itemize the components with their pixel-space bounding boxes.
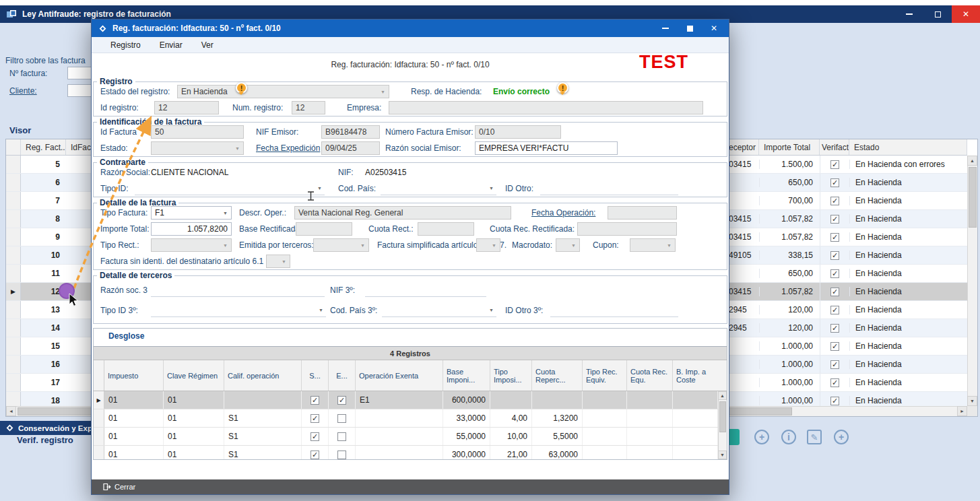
scroll-up-button[interactable]: ▲ bbox=[967, 156, 977, 166]
add-button[interactable]: + bbox=[754, 430, 769, 444]
base-rectificada-field[interactable] bbox=[296, 222, 352, 236]
s-checkbox[interactable] bbox=[311, 396, 319, 405]
menu-enviar[interactable]: Enviar bbox=[160, 40, 183, 50]
id-otro-field[interactable] bbox=[540, 182, 678, 195]
col-impuesto[interactable]: Impuesto bbox=[104, 360, 164, 391]
cuota-rec-rectificada-field[interactable] bbox=[577, 222, 677, 236]
emitida-terceros-combo[interactable]: ▼ bbox=[313, 238, 369, 252]
empresa-field[interactable] bbox=[389, 101, 703, 114]
header-verifactu[interactable]: Verifactu bbox=[820, 139, 849, 155]
cliente-link[interactable]: Cliente: bbox=[9, 86, 37, 96]
verifactu-checkbox[interactable] bbox=[830, 269, 839, 278]
e-checkbox[interactable] bbox=[337, 432, 346, 441]
verifactu-checkbox[interactable] bbox=[830, 251, 839, 260]
desglose-row[interactable]: ▶ 01 01 S1 33,0000 4,00 1,3200 bbox=[94, 409, 727, 428]
header-reg-fact[interactable]: Reg. Fact... bbox=[21, 139, 66, 155]
desglose-row[interactable]: ▶ 01 01 E1 600,0000 bbox=[94, 391, 727, 409]
add-button-2[interactable]: + bbox=[834, 430, 849, 444]
s-checkbox[interactable] bbox=[311, 432, 319, 441]
factura-sin-identi-combo[interactable]: ▼ bbox=[266, 255, 290, 268]
verifactu-checkbox[interactable] bbox=[830, 197, 839, 205]
id-otro3-field[interactable] bbox=[550, 304, 678, 317]
razon-soc3-field[interactable] bbox=[151, 283, 325, 297]
header-importe[interactable]: Importe Total bbox=[759, 139, 820, 155]
razon-social-value[interactable]: CLIENTE NACIONAL bbox=[151, 166, 228, 179]
verifactu-checkbox[interactable] bbox=[830, 306, 839, 314]
id-registro-field[interactable]: 12 bbox=[154, 101, 219, 114]
factura-simplificada-combo[interactable]: ▼ bbox=[476, 238, 500, 252]
tipo-rect-combo[interactable]: ▼ bbox=[151, 238, 232, 252]
verifactu-checkbox[interactable] bbox=[830, 233, 839, 242]
cliente-input[interactable] bbox=[67, 84, 94, 97]
col-cuota-rec-equ[interactable]: Cuota Rec. Equ. bbox=[627, 360, 673, 391]
desglose-scroll-thumb[interactable] bbox=[719, 401, 726, 432]
menu-registro[interactable]: Registro bbox=[110, 40, 141, 50]
col-cuota-repercutida[interactable]: Cuota Reperc... bbox=[532, 360, 583, 391]
col-base-imponible[interactable]: Base Imponi... bbox=[443, 360, 490, 391]
scroll-down-button[interactable]: ▼ bbox=[967, 396, 977, 406]
cupon-combo[interactable]: ▼ bbox=[630, 238, 676, 252]
macrodato-combo[interactable]: ▼ bbox=[556, 238, 580, 252]
fecha-expedicion-link[interactable]: Fecha Expedición bbox=[256, 141, 320, 155]
dialog-maximize-button[interactable] bbox=[680, 20, 699, 37]
desglose-row[interactable]: ▶ 01 01 S1 55,0000 10,00 5,5000 bbox=[94, 428, 727, 446]
verifactu-checkbox[interactable] bbox=[830, 360, 839, 369]
cod-pais3-combo[interactable]: ▼ bbox=[382, 304, 496, 317]
col-e[interactable]: E... bbox=[329, 360, 356, 391]
header-receptor[interactable]: eceptor bbox=[729, 139, 759, 155]
info-button[interactable]: i bbox=[781, 430, 796, 444]
col-b-imp-coste[interactable]: B. Imp. a Coste bbox=[673, 360, 727, 391]
col-tipo-rec-equiv[interactable]: Tipo Rec. Equiv. bbox=[583, 360, 627, 391]
scroll-right-button[interactable]: ► bbox=[957, 406, 967, 416]
estado-factura-combo[interactable]: ▼ bbox=[151, 141, 244, 155]
nif-emisor-field[interactable]: B96184478 bbox=[321, 125, 380, 139]
maximize-button[interactable] bbox=[923, 5, 952, 23]
vertical-scrollbar[interactable]: ▲ ▼ bbox=[967, 156, 977, 406]
cod-pais-combo[interactable]: ▼ bbox=[381, 182, 496, 195]
minimize-button[interactable] bbox=[895, 5, 923, 23]
col-calif-operacion[interactable]: Calif. operación bbox=[224, 360, 302, 391]
col-clave-regimen[interactable]: Clave Régimen bbox=[164, 360, 224, 391]
s-checkbox[interactable] bbox=[311, 450, 319, 459]
e-checkbox[interactable] bbox=[337, 450, 346, 459]
verifactu-checkbox[interactable] bbox=[830, 342, 839, 351]
verifactu-checkbox[interactable] bbox=[830, 160, 839, 169]
dialog-minimize-button[interactable] bbox=[656, 20, 675, 37]
num-factura-input[interactable] bbox=[67, 67, 94, 79]
col-tipo-impositivo[interactable]: Tipo Imposi... bbox=[490, 360, 532, 391]
edit-button[interactable]: ✎ bbox=[807, 430, 822, 444]
verifactu-checkbox[interactable] bbox=[830, 288, 839, 296]
importe-total-field[interactable]: 1.057,8200 bbox=[151, 222, 232, 236]
e-checkbox[interactable] bbox=[337, 396, 346, 405]
desglose-scrollbar[interactable]: ▲ ▼ bbox=[718, 391, 727, 459]
col-s[interactable]: S... bbox=[302, 360, 329, 391]
nif3-field[interactable] bbox=[365, 283, 486, 297]
verifactu-checkbox[interactable] bbox=[830, 215, 839, 224]
descr-oper-field[interactable]: Venta Nacional Reg. General bbox=[294, 206, 511, 220]
s-checkbox[interactable] bbox=[311, 414, 319, 423]
fecha-operacion-field[interactable] bbox=[608, 206, 677, 220]
desglose-scroll-down[interactable]: ▼ bbox=[718, 450, 727, 459]
col-operacion-exenta[interactable]: Operación Exenta bbox=[356, 360, 443, 391]
verifactu-checkbox[interactable] bbox=[830, 397, 839, 405]
vertical-scroll-thumb[interactable] bbox=[969, 167, 977, 228]
cerrar-button[interactable]: Cerrar bbox=[98, 481, 139, 492]
tipo-id-combo[interactable]: ▼ bbox=[135, 182, 325, 195]
dialog-close-button[interactable]: ✕ bbox=[705, 20, 723, 37]
nif-contraparte-value[interactable]: A02503415 bbox=[365, 166, 406, 179]
verifactu-checkbox[interactable] bbox=[830, 378, 839, 387]
num-factura-emisor-field[interactable]: 0/10 bbox=[475, 125, 561, 139]
cuota-rect-field[interactable] bbox=[418, 222, 474, 236]
fecha-operacion-link[interactable]: Fecha Operación: bbox=[531, 206, 595, 220]
tipo-id3-combo[interactable]: ▼ bbox=[151, 304, 326, 317]
verifactu-checkbox[interactable] bbox=[830, 178, 839, 187]
desglose-scroll-up[interactable]: ▲ bbox=[718, 391, 727, 400]
e-checkbox[interactable] bbox=[337, 414, 346, 423]
id-factura-field[interactable]: 50 bbox=[151, 125, 244, 139]
verifactu-checkbox[interactable] bbox=[830, 324, 839, 333]
header-estado[interactable]: Estado bbox=[849, 139, 967, 155]
estado-registro-combo[interactable]: En Hacienda ▼ bbox=[177, 85, 389, 98]
razon-social-emisor-field[interactable]: EMPRESA VERI*FACTU bbox=[475, 141, 618, 155]
desglose-row[interactable]: ▶ 01 01 S1 300,0000 21,00 63,0000 bbox=[94, 446, 727, 459]
menu-ver[interactable]: Ver bbox=[201, 40, 214, 50]
